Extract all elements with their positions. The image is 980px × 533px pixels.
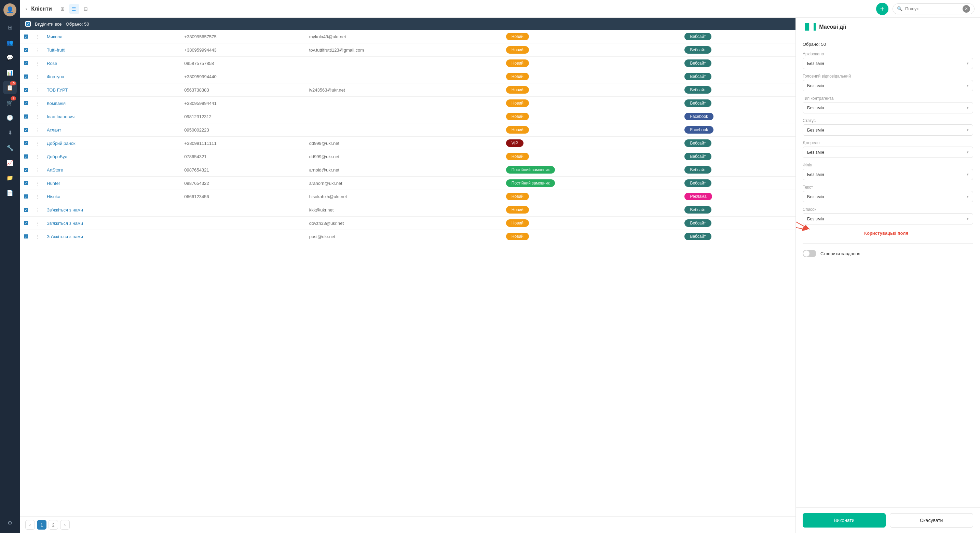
page-2-button[interactable]: 2	[49, 520, 58, 530]
client-name[interactable]: Rose	[47, 61, 57, 66]
search-close-button[interactable]: ✕	[963, 5, 970, 13]
client-name-cell[interactable]: Фортуна	[43, 70, 181, 83]
collapse-icon[interactable]: ›	[25, 6, 27, 12]
field-select-2[interactable]: Без змін ▾	[803, 102, 973, 113]
row-checkbox-cell[interactable]: ✓	[20, 70, 32, 83]
client-name-cell[interactable]: ДоброБуд	[43, 150, 181, 163]
sidebar-item-chat[interactable]: 💬	[3, 51, 17, 64]
field-select-4[interactable]: Без змін ▾	[803, 146, 973, 158]
add-client-button[interactable]: +	[876, 3, 888, 15]
row-menu-cell[interactable]: ⋮	[32, 30, 43, 43]
sidebar-item-contacts[interactable]: 👥	[3, 35, 17, 49]
client-name[interactable]: Фортуна	[47, 74, 64, 79]
client-name-cell[interactable]: Микола	[43, 30, 181, 43]
client-name-cell[interactable]: Компанія	[43, 97, 181, 110]
row-menu-cell[interactable]: ⋮	[32, 203, 43, 216]
row-checkbox[interactable]: ✓	[23, 167, 29, 173]
row-checkbox-cell[interactable]: ✓	[20, 123, 32, 137]
sidebar-item-analytics[interactable]: 📈	[3, 156, 17, 169]
row-checkbox-cell[interactable]: ✓	[20, 190, 32, 203]
row-checkbox[interactable]: ✓	[23, 34, 29, 39]
row-menu-cell[interactable]: ⋮	[32, 163, 43, 177]
sidebar-item-tasks[interactable]: 📋 15	[3, 81, 17, 94]
client-name[interactable]: Атлант	[47, 127, 61, 132]
row-menu-cell[interactable]: ⋮	[32, 216, 43, 230]
row-checkbox[interactable]: ✓	[23, 207, 29, 213]
row-menu-cell[interactable]: ⋮	[32, 43, 43, 57]
field-select-5[interactable]: Без змін ▾	[803, 169, 973, 180]
sidebar-item-orders[interactable]: 🛒 1	[3, 95, 17, 109]
row-checkbox[interactable]: ✓	[23, 47, 29, 53]
row-checkbox-cell[interactable]: ✓	[20, 83, 32, 97]
client-name[interactable]: ArtStore	[47, 167, 63, 173]
view-kanban-button[interactable]: ⊟	[81, 4, 91, 14]
row-menu-cell[interactable]: ⋮	[32, 230, 43, 243]
client-name-cell[interactable]: Rose	[43, 57, 181, 70]
row-checkbox-cell[interactable]: ✓	[20, 150, 32, 163]
field-select-3[interactable]: Без змін ▾	[803, 124, 973, 136]
row-checkbox[interactable]: ✓	[23, 60, 29, 66]
client-name[interactable]: Зв'яжіться з нами	[47, 234, 83, 239]
client-name[interactable]: Tutti-frutti	[47, 48, 65, 53]
client-name-cell[interactable]: Зв'яжіться з нами	[43, 230, 181, 243]
row-checkbox[interactable]: ✓	[23, 194, 29, 199]
next-page-button[interactable]: ›	[60, 520, 70, 530]
client-name-cell[interactable]: Зв'яжіться з нами	[43, 203, 181, 216]
cancel-button[interactable]: Скасувати	[890, 513, 974, 528]
row-checkbox[interactable]: ✓	[23, 234, 29, 239]
sidebar-item-reports[interactable]: 📊	[3, 65, 17, 79]
row-checkbox-cell[interactable]: ✓	[20, 177, 32, 190]
client-name-cell[interactable]: Зв'яжіться з нами	[43, 216, 181, 230]
sidebar-item-settings[interactable]: ⚙	[3, 516, 17, 530]
field-select-7[interactable]: Без змін ▾	[803, 213, 973, 224]
view-grid-button[interactable]: ⊞	[57, 4, 68, 14]
row-checkbox[interactable]: ✓	[23, 114, 29, 119]
client-name-cell[interactable]: Tutti-frutti	[43, 43, 181, 57]
row-menu-cell[interactable]: ⋮	[32, 70, 43, 83]
row-checkbox[interactable]: ✓	[23, 180, 29, 186]
execute-button[interactable]: Виконати	[803, 513, 886, 528]
clients-table-scroll[interactable]: ✓ ⋮ Микола +380995657575 mykola49@ukr.ne…	[20, 30, 795, 516]
row-checkbox[interactable]: ✓	[23, 220, 29, 226]
select-all-checkbox[interactable]: ✓	[25, 21, 31, 27]
client-name-cell[interactable]: Hunter	[43, 177, 181, 190]
row-checkbox-cell[interactable]: ✓	[20, 203, 32, 216]
row-menu-cell[interactable]: ⋮	[32, 177, 43, 190]
row-checkbox-cell[interactable]: ✓	[20, 137, 32, 150]
row-menu-cell[interactable]: ⋮	[32, 83, 43, 97]
client-name-cell[interactable]: ArtStore	[43, 163, 181, 177]
row-checkbox-cell[interactable]: ✓	[20, 216, 32, 230]
sidebar-item-docs[interactable]: 📄	[3, 186, 17, 199]
row-checkbox[interactable]: ✓	[23, 154, 29, 159]
row-menu-cell[interactable]: ⋮	[32, 110, 43, 123]
client-name[interactable]: Микола	[47, 34, 62, 39]
row-checkbox-cell[interactable]: ✓	[20, 43, 32, 57]
row-menu-cell[interactable]: ⋮	[32, 150, 43, 163]
row-checkbox[interactable]: ✓	[23, 74, 29, 79]
sidebar-item-files[interactable]: 📁	[3, 171, 17, 185]
field-select-6[interactable]: Без змін ▾	[803, 191, 973, 202]
client-name-cell[interactable]: Атлант	[43, 123, 181, 137]
client-name-cell[interactable]: Hisoka	[43, 190, 181, 203]
row-checkbox-cell[interactable]: ✓	[20, 230, 32, 243]
search-input[interactable]	[905, 6, 960, 11]
client-name[interactable]: Зв'яжіться з нами	[47, 207, 83, 213]
row-menu-cell[interactable]: ⋮	[32, 190, 43, 203]
row-menu-cell[interactable]: ⋮	[32, 123, 43, 137]
sidebar-item-import[interactable]: ⬇	[3, 126, 17, 139]
prev-page-button[interactable]: ‹	[25, 520, 35, 530]
client-name-cell[interactable]: Добрий ранок	[43, 137, 181, 150]
client-name[interactable]: Іван Іванович	[47, 114, 75, 119]
sidebar-item-history[interactable]: 🕐	[3, 111, 17, 124]
create-task-toggle[interactable]	[803, 250, 816, 257]
avatar[interactable]: 👤	[3, 3, 16, 16]
row-checkbox-cell[interactable]: ✓	[20, 97, 32, 110]
client-name[interactable]: Добрий ранок	[47, 141, 75, 146]
client-name[interactable]: ДоброБуд	[47, 154, 67, 159]
row-menu-cell[interactable]: ⋮	[32, 137, 43, 150]
row-checkbox[interactable]: ✓	[23, 87, 29, 92]
client-name[interactable]: Компанія	[47, 101, 65, 106]
row-checkbox[interactable]: ✓	[23, 100, 29, 106]
client-name[interactable]: Зв'яжіться з нами	[47, 221, 83, 226]
view-list-button[interactable]: ☰	[69, 4, 79, 14]
